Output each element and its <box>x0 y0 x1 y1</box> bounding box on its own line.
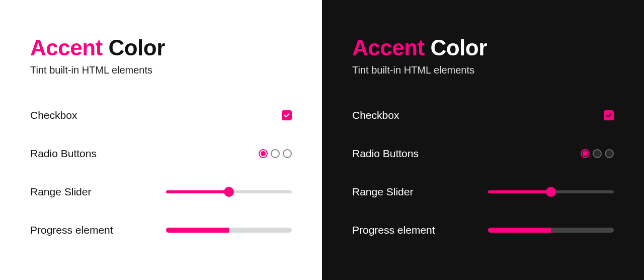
light-panel: Accent Color Tint built-in HTML elements… <box>0 0 322 280</box>
radio-group <box>581 149 614 158</box>
checkbox-row: Checkbox <box>352 96 614 134</box>
checkmark-icon <box>605 112 612 119</box>
radio-label: Radio Buttons <box>352 148 419 160</box>
progress-row: Progress element <box>352 211 614 249</box>
checkbox-control <box>604 110 614 120</box>
radio-option-3[interactable] <box>605 149 614 158</box>
controls-list: Checkbox Radio Buttons Range Slider <box>30 96 292 249</box>
progress-bar-fill <box>488 228 551 233</box>
range-row: Range Slider <box>30 173 292 211</box>
range-control <box>166 190 292 193</box>
heading-rest-word: Color <box>430 35 487 60</box>
checkbox-input[interactable] <box>282 110 292 120</box>
range-slider-fill <box>166 190 229 193</box>
radio-option-2[interactable] <box>593 149 602 158</box>
progress-bar <box>488 228 614 233</box>
subheading: Tint built-in HTML elements <box>352 64 614 76</box>
heading: Accent Color <box>352 35 614 60</box>
progress-bar <box>166 228 292 233</box>
range-label: Range Slider <box>30 186 91 198</box>
range-slider[interactable] <box>488 190 614 193</box>
checkbox-label: Checkbox <box>352 109 399 121</box>
range-label: Range Slider <box>352 186 413 198</box>
range-slider-fill <box>488 190 551 193</box>
checkbox-control <box>282 110 292 120</box>
heading: Accent Color <box>30 35 292 60</box>
controls-list: Checkbox Radio Buttons Range Slider <box>352 96 614 249</box>
progress-label: Progress element <box>352 224 435 236</box>
checkmark-icon <box>283 112 290 119</box>
subheading: Tint built-in HTML elements <box>30 64 292 76</box>
range-slider[interactable] <box>166 190 292 193</box>
radio-option-3[interactable] <box>283 149 292 158</box>
heading-accent-word: Accent <box>352 35 425 60</box>
checkbox-row: Checkbox <box>30 96 292 134</box>
checkbox-input[interactable] <box>604 110 614 120</box>
checkbox-label: Checkbox <box>30 109 77 121</box>
progress-bar-fill <box>166 228 229 233</box>
dark-panel: Accent Color Tint built-in HTML elements… <box>322 0 644 280</box>
radio-row: Radio Buttons <box>30 134 292 173</box>
progress-row: Progress element <box>30 211 292 249</box>
heading-rest-word: Color <box>108 35 165 60</box>
range-control <box>488 190 614 193</box>
progress-label: Progress element <box>30 224 113 236</box>
radio-option-1[interactable] <box>581 149 590 158</box>
range-slider-thumb[interactable] <box>224 187 234 197</box>
range-slider-thumb[interactable] <box>546 187 556 197</box>
range-row: Range Slider <box>352 173 614 211</box>
radio-label: Radio Buttons <box>30 148 97 160</box>
progress-control <box>166 228 292 233</box>
radio-option-2[interactable] <box>271 149 280 158</box>
radio-option-1[interactable] <box>259 149 268 158</box>
heading-accent-word: Accent <box>30 35 103 60</box>
radio-row: Radio Buttons <box>352 134 614 173</box>
radio-group <box>259 149 292 158</box>
progress-control <box>488 228 614 233</box>
